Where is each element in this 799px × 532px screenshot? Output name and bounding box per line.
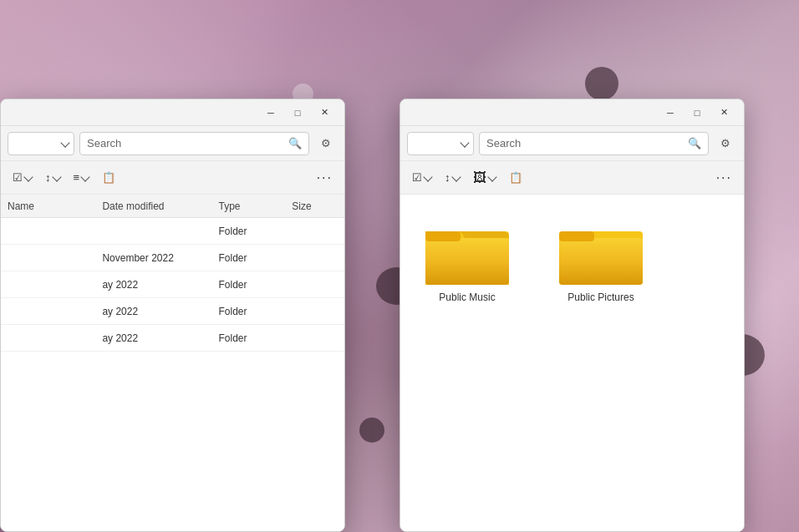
folder-icon-public-pictures xyxy=(559,218,643,285)
col-header-size[interactable]: Size xyxy=(285,195,344,217)
window-controls-1: ─ □ ✕ xyxy=(257,101,338,124)
title-bar-1: ─ □ ✕ xyxy=(1,99,344,126)
clipboard-button-2[interactable]: 📋 xyxy=(504,168,527,187)
address-dropdown-2[interactable] xyxy=(407,132,474,155)
search-box-1[interactable]: 🔍 xyxy=(79,132,309,155)
view-button-1[interactable]: ≡ xyxy=(69,168,94,187)
list-item[interactable]: ay 2022 Folder xyxy=(1,298,344,325)
item-date: ay 2022 xyxy=(95,279,211,291)
sort-button-2[interactable]: ↕ xyxy=(440,168,465,187)
search-input-1[interactable] xyxy=(87,137,283,149)
clipboard-icon-1: 📋 xyxy=(102,171,115,184)
item-date: ay 2022 xyxy=(95,306,211,317)
settings-icon-2: ⚙ xyxy=(720,137,730,149)
close-button-1[interactable]: ✕ xyxy=(311,101,338,124)
clipboard-button-1[interactable]: 📋 xyxy=(97,168,120,187)
view-icon-2: 🖼 xyxy=(473,170,486,185)
folder-svg-1 xyxy=(425,218,509,285)
col-header-name[interactable]: Name xyxy=(1,195,95,217)
window-controls-2: ─ □ ✕ xyxy=(657,101,737,124)
minimize-button-2[interactable]: ─ xyxy=(657,101,684,124)
address-bar-2: 🔍 ⚙ xyxy=(400,126,744,161)
maximize-button-1[interactable]: □ xyxy=(284,101,311,124)
svg-rect-6 xyxy=(559,231,594,241)
file-explorer-window-2: ─ □ ✕ 🔍 ⚙ ☑ ↕ 🖼 📋 xyxy=(400,99,745,532)
select-button-2[interactable]: ☑ xyxy=(407,168,436,187)
list-item[interactable]: ay 2022 Folder xyxy=(1,271,344,298)
select-chevron-icon-1 xyxy=(23,172,33,181)
address-dropdown-1[interactable] xyxy=(8,132,74,155)
folder-label-public-music: Public Music xyxy=(439,291,495,305)
toolbar-2: ☑ ↕ 🖼 📋 ··· xyxy=(400,161,744,195)
address-bar-1: 🔍 ⚙ xyxy=(1,126,344,161)
settings-icon-1: ⚙ xyxy=(321,137,331,149)
select-button-1[interactable]: ☑ xyxy=(8,168,37,187)
select-icon-1: ☑ xyxy=(13,171,23,184)
address-chevron-icon-1 xyxy=(60,138,69,147)
view-icon-1: ≡ xyxy=(74,171,80,184)
select-chevron-icon-2 xyxy=(423,172,432,181)
list-item[interactable]: ay 2022 Folder xyxy=(1,325,344,352)
svg-rect-3 xyxy=(425,231,461,241)
list-item[interactable]: Folder xyxy=(1,218,344,245)
more-button-2[interactable]: ··· xyxy=(711,167,737,189)
clipboard-icon-2: 📋 xyxy=(509,171,522,184)
search-box-2[interactable]: 🔍 xyxy=(479,132,709,155)
svg-rect-5 xyxy=(559,238,643,285)
sort-chevron-icon-2 xyxy=(451,172,461,181)
search-icon-1: 🔍 xyxy=(288,137,302,149)
item-date: ay 2022 xyxy=(95,332,211,344)
folder-svg-2 xyxy=(559,218,643,285)
more-button-1[interactable]: ··· xyxy=(312,167,338,189)
folder-item-public-music[interactable]: Public Music xyxy=(417,211,517,514)
sort-button-1[interactable]: ↕ xyxy=(40,168,65,187)
item-date: November 2022 xyxy=(95,252,211,264)
icon-view-2: Public Music xyxy=(400,195,744,531)
item-type: Folder xyxy=(212,252,286,264)
toolbar-1: ☑ ↕ ≡ 📋 ··· xyxy=(1,161,344,195)
maximize-button-2[interactable]: □ xyxy=(684,101,710,124)
minimize-button-1[interactable]: ─ xyxy=(257,101,284,124)
address-chevron-icon-2 xyxy=(460,138,469,147)
folder-icon-public-music xyxy=(425,218,509,285)
list-item[interactable]: November 2022 Folder xyxy=(1,245,344,271)
content-area-1: Name Date modified Type Size Folder Nove… xyxy=(1,195,344,531)
view-chevron-icon-1 xyxy=(80,172,89,181)
list-header-1: Name Date modified Type Size xyxy=(1,195,344,218)
settings-button-1[interactable]: ⚙ xyxy=(314,132,338,155)
svg-rect-2 xyxy=(425,238,509,285)
item-type: Folder xyxy=(212,279,286,291)
blob-decoration xyxy=(585,67,618,100)
file-explorer-window-1: ─ □ ✕ 🔍 ⚙ ☑ ↕ ≡ 📋 xyxy=(0,99,345,532)
close-button-2[interactable]: ✕ xyxy=(710,101,737,124)
view-chevron-icon-2 xyxy=(487,172,496,181)
item-type: Folder xyxy=(212,332,286,344)
settings-button-2[interactable]: ⚙ xyxy=(714,132,737,155)
col-header-date[interactable]: Date modified xyxy=(95,195,211,217)
view-button-2[interactable]: 🖼 xyxy=(468,167,501,189)
sort-icon-2: ↕ xyxy=(445,171,450,184)
folder-label-public-pictures: Public Pictures xyxy=(567,291,634,305)
col-header-type[interactable]: Type xyxy=(212,195,286,217)
sort-chevron-icon-1 xyxy=(52,172,61,181)
item-type: Folder xyxy=(212,225,286,237)
search-icon-2: 🔍 xyxy=(688,137,701,149)
content-area-2: Public Music xyxy=(400,195,744,531)
title-bar-2: ─ □ ✕ xyxy=(400,99,744,126)
search-input-2[interactable] xyxy=(486,137,683,149)
folder-item-public-pictures[interactable]: Public Pictures xyxy=(551,211,651,514)
item-type: Folder xyxy=(212,306,286,317)
select-icon-2: ☑ xyxy=(412,171,422,184)
sort-icon-1: ↕ xyxy=(45,171,51,184)
blob-decoration xyxy=(359,418,384,443)
list-view-1: Name Date modified Type Size Folder Nove… xyxy=(1,195,344,531)
